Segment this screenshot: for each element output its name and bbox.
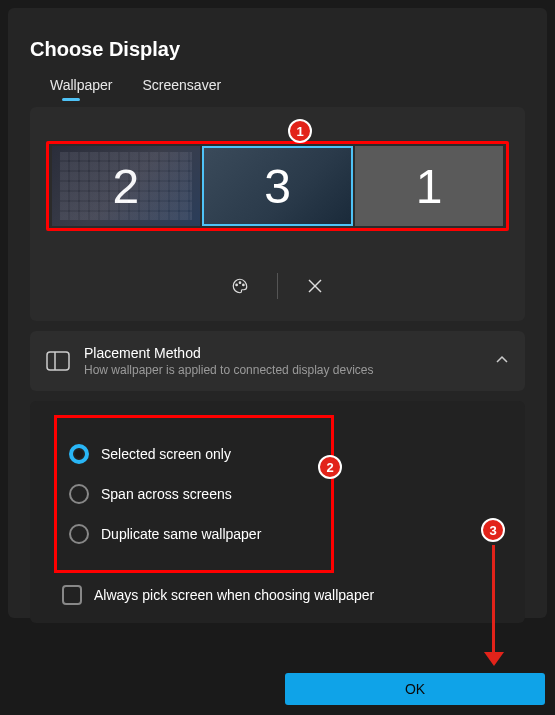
toolbar-separator bbox=[277, 273, 278, 299]
monitor-label: 2 bbox=[112, 159, 139, 214]
remove-button[interactable] bbox=[290, 269, 340, 303]
placement-options: Selected screen only Span across screens… bbox=[30, 401, 525, 623]
radio-span-across-screens[interactable]: Span across screens bbox=[65, 474, 321, 514]
callout-3: 3 bbox=[481, 518, 505, 542]
svg-point-0 bbox=[236, 284, 238, 286]
monitor-2[interactable]: 2 bbox=[52, 146, 200, 226]
display-preview-area: 2 3 1 bbox=[30, 107, 525, 321]
placement-method-text: Placement Method How wallpaper is applie… bbox=[84, 345, 481, 377]
radio-indicator bbox=[69, 524, 89, 544]
palette-button[interactable] bbox=[215, 269, 265, 303]
checkbox-indicator bbox=[62, 585, 82, 605]
placement-method-title: Placement Method bbox=[84, 345, 481, 361]
monitor-label: 1 bbox=[416, 159, 443, 214]
svg-point-2 bbox=[243, 284, 245, 286]
dialog-buttons-row: OK bbox=[285, 673, 545, 705]
monitor-1[interactable]: 1 bbox=[355, 146, 503, 226]
callout-2: 2 bbox=[318, 455, 342, 479]
ok-button[interactable]: OK bbox=[285, 673, 545, 705]
radio-label: Span across screens bbox=[101, 486, 232, 502]
svg-point-1 bbox=[239, 282, 241, 284]
tab-wallpaper[interactable]: Wallpaper bbox=[50, 77, 113, 101]
callout-1: 1 bbox=[288, 119, 312, 143]
svg-rect-5 bbox=[47, 352, 69, 370]
chevron-up-icon bbox=[495, 353, 509, 370]
display-toolbar bbox=[46, 269, 509, 303]
choose-display-panel: Choose Display Wallpaper Screensaver 2 3… bbox=[8, 8, 547, 618]
radio-duplicate-same-wallpaper[interactable]: Duplicate same wallpaper bbox=[65, 514, 321, 554]
tab-bar: Wallpaper Screensaver bbox=[8, 77, 547, 101]
monitors-row: 2 3 1 bbox=[46, 141, 509, 231]
callout-arrow-line bbox=[492, 545, 495, 657]
placement-method-section: Placement Method How wallpaper is applie… bbox=[30, 331, 525, 391]
placement-method-header[interactable]: Placement Method How wallpaper is applie… bbox=[30, 331, 525, 391]
always-pick-row[interactable]: Always pick screen when choosing wallpap… bbox=[30, 573, 525, 605]
close-icon bbox=[308, 279, 322, 293]
checkbox-label: Always pick screen when choosing wallpap… bbox=[94, 587, 374, 603]
radio-indicator bbox=[69, 484, 89, 504]
dialog-title: Choose Display bbox=[8, 28, 547, 77]
radio-label: Selected screen only bbox=[101, 446, 231, 462]
callout-arrow-head bbox=[484, 652, 504, 666]
placement-method-subtitle: How wallpaper is applied to connected di… bbox=[84, 363, 481, 377]
radio-selected-screen-only[interactable]: Selected screen only bbox=[65, 434, 321, 474]
tab-screensaver[interactable]: Screensaver bbox=[143, 77, 222, 101]
layout-icon bbox=[46, 351, 70, 371]
placement-radio-group: Selected screen only Span across screens… bbox=[54, 415, 334, 573]
monitor-label: 3 bbox=[264, 159, 291, 214]
radio-indicator bbox=[69, 444, 89, 464]
palette-icon bbox=[231, 277, 249, 295]
radio-label: Duplicate same wallpaper bbox=[101, 526, 261, 542]
monitor-3-selected[interactable]: 3 bbox=[202, 146, 354, 226]
